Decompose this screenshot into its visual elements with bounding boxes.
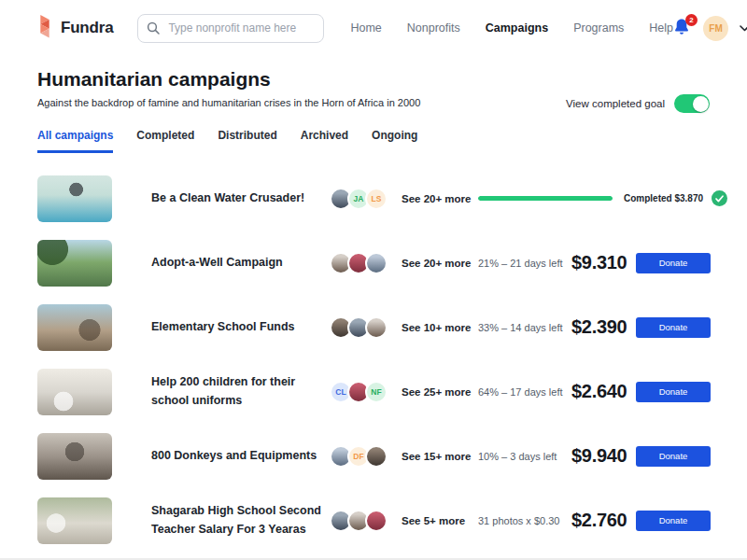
progress-fill xyxy=(478,196,613,201)
campaign-status: 10% – 3 days left xyxy=(478,451,567,462)
tab-all-campaigns[interactable]: All campaigns xyxy=(37,129,113,153)
tab-distributed[interactable]: Distributed xyxy=(218,129,276,153)
brand-name: Fundra xyxy=(61,19,113,37)
campaign-list: Be a Clean Water Crusader! JALS See 20+ … xyxy=(0,166,747,553)
campaign-row: Elementary School Funds See 10+ more 33%… xyxy=(0,295,747,359)
campaign-row: 800 Donkeys and Equipments DF See 15+ mo… xyxy=(0,424,747,488)
campaign-amount: $2.760 xyxy=(571,510,629,531)
avatar-photo xyxy=(365,445,388,468)
campaign-row: Adopt-a-Well Campaign See 20+ more 21% –… xyxy=(0,231,747,295)
search-input[interactable] xyxy=(137,14,324,43)
campaign-status: 64% – 17 days left xyxy=(478,386,567,398)
campaign-status: 33% – 14 days left xyxy=(478,322,567,333)
page-subtitle: Against the backdrop of famine and human… xyxy=(37,97,420,108)
campaign-thumbnail[interactable] xyxy=(37,175,112,222)
top-navbar: Fundra Home Nonprofits Campaigns Program… xyxy=(0,0,747,56)
campaign-thumbnail[interactable] xyxy=(37,497,112,544)
tab-archived[interactable]: Archived xyxy=(301,129,348,153)
donate-button[interactable]: Donate xyxy=(636,382,711,402)
campaign-title: Be a Clean Water Crusader! xyxy=(151,189,324,207)
campaign-title: Elementary School Funds xyxy=(151,318,324,336)
see-more-link[interactable]: See 20+ more xyxy=(402,193,472,204)
avatar-group xyxy=(330,316,397,339)
tab-ongoing[interactable]: Ongoing xyxy=(372,129,417,153)
chevron-down-icon[interactable] xyxy=(740,25,747,32)
avatar-photo xyxy=(365,316,388,339)
avatar-photo xyxy=(365,510,388,532)
campaign-row: Shagarab High School Second Teacher Sala… xyxy=(0,488,747,553)
avatar-group xyxy=(330,510,397,532)
campaign-title: Shagarab High School Second Teacher Sala… xyxy=(151,502,324,539)
campaign-thumbnail[interactable] xyxy=(37,304,112,351)
campaign-status: 21% – 21 days left xyxy=(478,258,567,269)
nav-programs[interactable]: Programs xyxy=(573,21,624,35)
nav-campaigns[interactable]: Campaigns xyxy=(486,21,548,35)
nav-nonprofits[interactable]: Nonprofits xyxy=(407,21,460,35)
avatar-group: CLNF xyxy=(330,381,397,403)
avatar-group: JALS xyxy=(330,188,397,210)
search-icon xyxy=(147,21,160,38)
nav-home[interactable]: Home xyxy=(350,21,381,35)
avatar-photo xyxy=(365,252,388,274)
campaign-status: 31 photos x $0.30 xyxy=(478,515,567,526)
see-more-link[interactable]: See 10+ more xyxy=(402,322,472,333)
view-completed-toggle-row: View completed goal xyxy=(566,94,710,113)
page-title: Humanitarian campaigns xyxy=(37,68,271,91)
tab-completed[interactable]: Completed xyxy=(136,129,194,153)
see-more-link[interactable]: See 25+ more xyxy=(402,386,472,398)
header-right: 2 FM xyxy=(673,16,747,41)
campaign-tabs: All campaigns Completed Distributed Arch… xyxy=(37,129,417,153)
campaign-row: Help 200 children for their school unifo… xyxy=(0,359,747,424)
avatar-group xyxy=(330,252,397,274)
brand-logo[interactable]: Fundra xyxy=(37,15,113,42)
notification-badge: 2 xyxy=(685,14,698,26)
campaign-row: Be a Clean Water Crusader! JALS See 20+ … xyxy=(0,166,747,231)
campaign-amount: $9.940 xyxy=(571,445,629,467)
donate-button[interactable]: Donate xyxy=(636,253,711,273)
nav-help[interactable]: Help xyxy=(649,21,673,35)
avatar-group: DF xyxy=(330,445,397,468)
bell-icon xyxy=(673,23,690,39)
search-box xyxy=(137,14,324,43)
fundra-logo-icon xyxy=(37,15,53,42)
campaign-title: Help 200 children for their school unifo… xyxy=(151,373,324,410)
progress-bar xyxy=(478,196,613,201)
main-nav: Home Nonprofits Campaigns Programs Help xyxy=(350,21,673,35)
campaign-amount: $9.310 xyxy=(571,252,629,273)
completed-label: Completed $3.870 xyxy=(624,193,703,203)
completed-section: Completed $3.870 xyxy=(478,190,727,206)
donate-button[interactable]: Donate xyxy=(636,317,711,338)
campaign-title: Adopt-a-Well Campaign xyxy=(151,254,324,272)
toggle-label: View completed goal xyxy=(566,98,665,109)
see-more-link[interactable]: See 5+ more xyxy=(402,515,472,526)
campaign-thumbnail[interactable] xyxy=(37,433,112,480)
campaign-thumbnail[interactable] xyxy=(37,240,112,287)
donate-button[interactable]: Donate xyxy=(636,511,711,531)
toggle-knob xyxy=(693,96,709,112)
user-avatar[interactable]: FM xyxy=(703,16,728,41)
see-more-link[interactable]: See 20+ more xyxy=(402,258,472,269)
donate-button[interactable]: Donate xyxy=(636,446,711,467)
campaign-amount: $2.640 xyxy=(571,381,629,402)
avatar-initials: NF xyxy=(365,381,388,403)
check-icon xyxy=(712,190,727,206)
notifications-button[interactable]: 2 xyxy=(673,18,692,38)
campaign-title: 800 Donkeys and Equipments xyxy=(151,447,324,465)
see-more-link[interactable]: See 15+ more xyxy=(402,451,472,462)
view-completed-toggle[interactable] xyxy=(674,94,710,113)
campaign-thumbnail[interactable] xyxy=(37,369,112,415)
campaign-amount: $2.390 xyxy=(571,316,629,338)
avatar-initials: LS xyxy=(365,188,388,210)
